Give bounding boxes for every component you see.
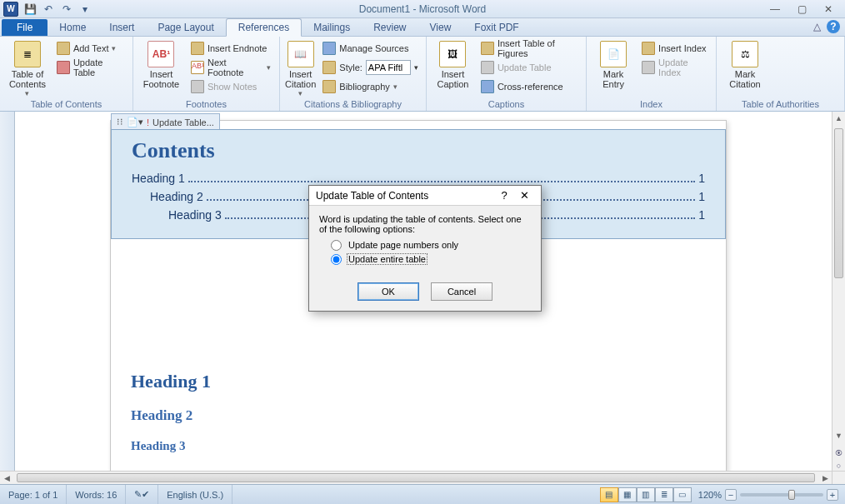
qat-redo-icon[interactable]: ↷ xyxy=(58,2,75,17)
radio-page-numbers[interactable] xyxy=(331,240,342,251)
zoom-out-button[interactable]: − xyxy=(725,489,737,501)
toc-tab-doc-icon: 📄▾ xyxy=(127,117,143,127)
insert-footnote-button[interactable]: AB¹ Insert Footnote xyxy=(138,39,184,89)
zoom-controls: 120% − + xyxy=(692,489,845,501)
add-text-button[interactable]: Add Text xyxy=(53,39,128,57)
ok-button[interactable]: OK xyxy=(358,282,419,301)
manage-sources-button[interactable]: Manage Sources xyxy=(319,39,422,57)
zoom-level[interactable]: 120% xyxy=(698,490,722,500)
help-icon[interactable]: ? xyxy=(827,20,840,33)
hscroll-thumb[interactable] xyxy=(17,473,815,482)
insert-citation-button[interactable]: 📖 Insert Citation xyxy=(285,39,316,97)
mark-citation-label: Mark Citation xyxy=(729,69,760,89)
scroll-right-icon[interactable]: ▶ xyxy=(818,472,832,485)
vertical-scrollbar[interactable]: ▲ ▼ ⦿ ○ ⦿ xyxy=(832,112,845,484)
update-table-button[interactable]: Update Table xyxy=(53,58,128,77)
scroll-left-icon[interactable]: ◀ xyxy=(0,472,13,485)
tab-page-layout[interactable]: Page Layout xyxy=(146,19,225,36)
cross-reference-label: Cross-reference xyxy=(498,82,563,92)
group-label-captions: Captions xyxy=(432,98,581,111)
insert-citation-label: Insert Citation xyxy=(285,69,316,89)
option-update-entire-table[interactable]: Update entire table xyxy=(331,253,531,265)
vscroll-thumb[interactable] xyxy=(834,128,843,278)
tab-mailings[interactable]: Mailings xyxy=(302,19,362,36)
radio-entire-table[interactable] xyxy=(331,254,342,265)
cancel-button[interactable]: Cancel xyxy=(431,282,492,301)
tab-review[interactable]: Review xyxy=(362,19,418,36)
insert-index-button[interactable]: Insert Index xyxy=(638,39,711,57)
minimize-ribbon-icon[interactable]: △ xyxy=(810,20,823,33)
view-outline[interactable]: ≣ xyxy=(655,487,673,502)
tab-insert[interactable]: Insert xyxy=(98,19,146,36)
insert-footnote-label: Insert Footnote xyxy=(143,69,179,89)
status-proofing[interactable]: ✎✔ xyxy=(126,485,158,504)
update-captions-icon xyxy=(481,61,494,74)
status-page[interactable]: Page: 1 of 1 xyxy=(0,485,67,504)
dialog-title: Update Table of Contents xyxy=(316,190,494,202)
insert-figures-button[interactable]: Insert Table of Figures xyxy=(478,39,581,57)
group-citations: 📖 Insert Citation Manage Sources Style: … xyxy=(280,37,427,111)
scroll-up-icon[interactable]: ▲ xyxy=(832,112,845,125)
view-full-screen[interactable]: ▦ xyxy=(618,487,637,502)
zoom-slider[interactable] xyxy=(740,493,823,497)
update-toc-dialog: Update Table of Contents ? ✕ Word is upd… xyxy=(308,185,542,312)
update-captions-label: Update Table xyxy=(498,62,552,72)
toc-line-1[interactable]: Heading 11 xyxy=(132,172,705,185)
tab-home[interactable]: Home xyxy=(48,19,98,36)
tab-foxit-pdf[interactable]: Foxit PDF xyxy=(462,19,530,36)
view-print-layout[interactable]: ▤ xyxy=(600,487,618,502)
option-update-page-numbers[interactable]: Update page numbers only xyxy=(331,239,531,251)
zoom-in-button[interactable]: + xyxy=(827,489,838,501)
next-footnote-button[interactable]: AB¹Next Footnote xyxy=(188,58,274,77)
show-notes-label: Show Notes xyxy=(208,82,257,92)
maximize-button[interactable]: ▢ xyxy=(788,2,815,17)
group-footnotes: AB¹ Insert Footnote Insert Endnote AB¹Ne… xyxy=(133,37,280,111)
dialog-help-button[interactable]: ? xyxy=(494,189,514,202)
qat-undo-icon[interactable]: ↶ xyxy=(40,2,57,17)
status-words[interactable]: Words: 16 xyxy=(67,485,126,504)
tab-references[interactable]: References xyxy=(226,18,302,37)
tab-view[interactable]: View xyxy=(418,19,463,36)
close-button[interactable]: ✕ xyxy=(815,2,842,17)
tab-file[interactable]: File xyxy=(2,19,48,36)
heading-1: Heading 1 xyxy=(131,371,211,392)
scroll-down-icon[interactable]: ▼ xyxy=(832,429,845,442)
update-index-label: Update Index xyxy=(658,57,708,77)
zoom-slider-thumb[interactable] xyxy=(788,490,795,500)
cross-reference-button[interactable]: Cross-reference xyxy=(478,77,581,96)
mark-entry-label: Mark Entry xyxy=(602,69,624,89)
browse-object-icon[interactable]: ○ xyxy=(832,459,845,472)
minimize-button[interactable]: — xyxy=(762,2,788,17)
bibliography-button[interactable]: Bibliography xyxy=(319,77,422,96)
mark-entry-button[interactable]: 📄 Mark Entry xyxy=(592,39,635,89)
dialog-close-button[interactable]: ✕ xyxy=(514,189,534,202)
toc-line-text: Heading 1 xyxy=(132,172,185,185)
bibliography-label: Bibliography xyxy=(339,82,390,92)
toc-line-page: 1 xyxy=(698,190,705,203)
prev-page-icon[interactable]: ⦿ xyxy=(832,447,845,459)
style-selector[interactable]: Style: ▾ xyxy=(319,58,422,77)
toc-field-tab[interactable]: ⁝⁝ 📄▾ ! Update Table... xyxy=(111,113,220,130)
horizontal-scrollbar[interactable]: ◀ ▶ xyxy=(0,471,832,484)
toc-line-text: Heading 2 xyxy=(150,190,203,203)
table-of-contents-button[interactable]: ≣ Table of Contents xyxy=(5,39,50,97)
qat-customize-icon[interactable]: ▾ xyxy=(77,2,93,17)
document-body[interactable]: Heading 1 Heading 2 Heading 3 xyxy=(131,371,211,453)
status-language[interactable]: English (U.S.) xyxy=(158,485,232,504)
heading-2: Heading 2 xyxy=(131,407,211,424)
style-icon xyxy=(322,61,336,74)
insert-endnote-button[interactable]: Insert Endnote xyxy=(188,39,274,57)
style-combobox[interactable] xyxy=(366,60,411,75)
window-title: Document1 - Microsoft Word xyxy=(359,3,487,15)
heading-3: Heading 3 xyxy=(131,439,211,453)
mark-citation-icon: ⚖ xyxy=(732,41,758,67)
ribbon-help: △ ? xyxy=(810,20,840,33)
view-web-layout[interactable]: ▥ xyxy=(637,487,655,502)
group-label-footnotes: Footnotes xyxy=(138,98,274,111)
view-draft[interactable]: ▭ xyxy=(673,487,692,502)
mark-citation-button[interactable]: ⚖ Mark Citation xyxy=(722,39,768,89)
qat-save-icon[interactable]: 💾 xyxy=(22,2,38,17)
insert-caption-button[interactable]: 🖼 Insert Caption xyxy=(432,39,474,89)
dialog-message: Word is updating the table of contents. … xyxy=(319,214,531,234)
word-app-icon: W xyxy=(3,2,18,17)
